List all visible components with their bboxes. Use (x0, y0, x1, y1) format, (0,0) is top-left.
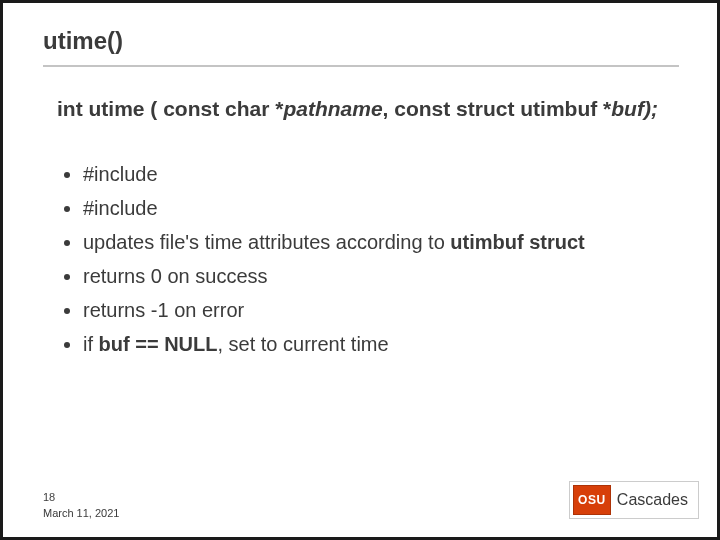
function-signature: int utime ( const char *pathname, const … (57, 97, 658, 121)
page-number: 18 (43, 491, 55, 503)
title-divider (43, 65, 679, 67)
bullet-list: #include #include updates file's time at… (61, 161, 585, 365)
slide-title: utime() (43, 27, 123, 55)
osu-cascades-logo: OSU Cascades (569, 481, 699, 519)
sig-param-2: buf); (611, 97, 658, 120)
list-item: updates file's time attributes according… (83, 229, 585, 256)
list-item: returns 0 on success (83, 263, 585, 290)
logo-label: Cascades (617, 491, 698, 509)
list-item: if buf == NULL, set to current time (83, 331, 585, 358)
sig-part-2: , const struct utimbuf * (383, 97, 612, 120)
osu-badge: OSU (573, 485, 611, 515)
list-item: #include (83, 161, 585, 188)
list-item: #include (83, 195, 585, 222)
footer-date: March 11, 2021 (43, 507, 119, 519)
list-item: returns -1 on error (83, 297, 585, 324)
slide: utime() int utime ( const char *pathname… (3, 3, 717, 537)
sig-param-1: pathname (283, 97, 382, 120)
sig-part-1: int utime ( const char * (57, 97, 283, 120)
